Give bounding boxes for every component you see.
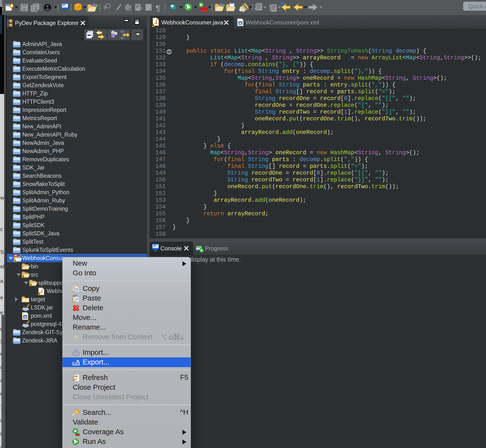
- svg-text:J: J: [40, 289, 42, 294]
- svg-text:M: M: [239, 21, 242, 25]
- svg-text:M: M: [24, 315, 27, 319]
- svg-text:J: J: [154, 19, 157, 25]
- svg-text:M: M: [15, 254, 17, 257]
- svg-text:J: J: [19, 254, 21, 258]
